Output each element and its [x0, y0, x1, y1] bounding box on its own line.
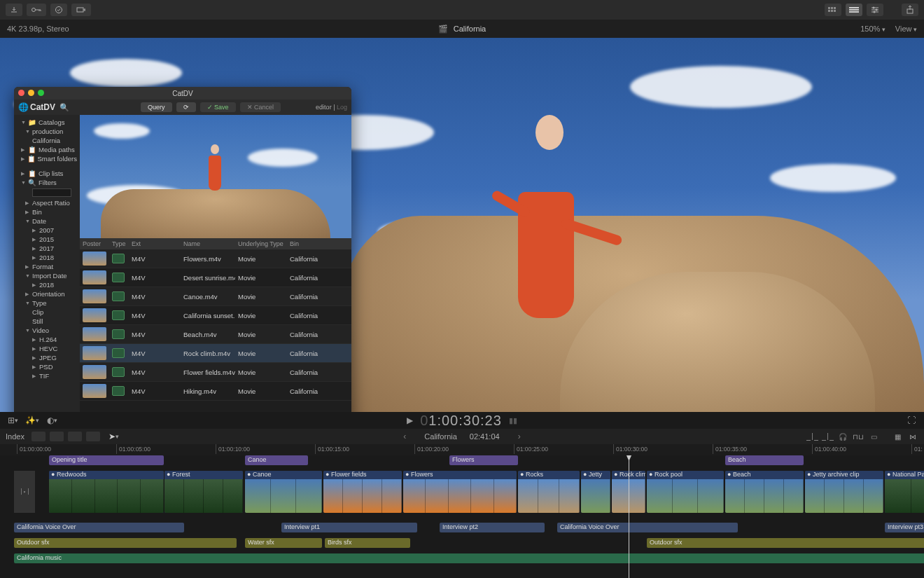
- video-clip[interactable]: ● Beach: [725, 471, 804, 513]
- timecode-display[interactable]: 01:00:30:23: [420, 412, 502, 429]
- audio-v-clip[interactable]: California Voice Over: [557, 523, 738, 532]
- refresh-button[interactable]: ⟳: [176, 102, 196, 112]
- sidebar-date[interactable]: ▼Date: [14, 216, 80, 226]
- table-row[interactable]: M4V Beach.m4v Movie California: [80, 325, 351, 344]
- background-tasks-button[interactable]: [50, 4, 67, 16]
- audio-v-clip[interactable]: Interview pt1: [281, 523, 417, 532]
- snap-icon[interactable]: ⊓⊔: [853, 432, 864, 441]
- connect-tool[interactable]: [31, 432, 46, 441]
- sidebar-smart-folders[interactable]: ▶📋 Smart folders: [14, 154, 80, 163]
- audio-skim-icon[interactable]: ⎯⏐⎯: [822, 432, 833, 441]
- col-name[interactable]: Name: [181, 240, 235, 247]
- effects-browser-icon[interactable]: ▦: [892, 432, 903, 441]
- view-menu[interactable]: View: [895, 25, 917, 33]
- col-utype[interactable]: Underlying Type: [235, 240, 287, 247]
- fullscreen-button[interactable]: ⛶: [904, 415, 918, 426]
- append-tool[interactable]: [68, 432, 82, 441]
- col-bin[interactable]: Bin: [287, 240, 351, 247]
- save-button[interactable]: ✓ Save: [200, 102, 236, 112]
- sidebar-tif[interactable]: ▶TIF: [14, 371, 80, 380]
- video-clip[interactable]: ● Canoe: [245, 471, 322, 513]
- video-clip[interactable]: ● Jetty: [581, 471, 610, 513]
- insert-tool[interactable]: [50, 432, 64, 441]
- retime-menu[interactable]: ◐: [45, 415, 59, 426]
- zoom-icon[interactable]: [38, 90, 44, 96]
- sidebar-production[interactable]: ▼production: [14, 127, 80, 136]
- arrow-tool-menu[interactable]: ➤: [107, 431, 121, 442]
- video-clip[interactable]: ● Redwoods: [49, 471, 164, 513]
- catdv-titlebar[interactable]: CatDV: [14, 87, 351, 99]
- keyword-button[interactable]: [27, 4, 46, 16]
- import-button[interactable]: [6, 4, 22, 16]
- play-button[interactable]: ▶: [407, 415, 413, 425]
- sidebar-2017[interactable]: ▶2017: [14, 244, 80, 253]
- sidebar-catalogs[interactable]: ▼📁 Catalogs: [14, 118, 80, 127]
- table-row[interactable]: M4V Flower fields.m4v Movie California: [80, 363, 351, 382]
- sidebar-psd[interactable]: ▶PSD: [14, 362, 80, 371]
- sidebar-video[interactable]: ▼Video: [14, 326, 80, 335]
- index-button[interactable]: Index: [6, 432, 24, 441]
- video-clip[interactable]: ● Rock pool: [647, 471, 724, 513]
- sidebar-still[interactable]: Still: [14, 317, 80, 326]
- title-clip[interactable]: Canoe: [245, 455, 308, 465]
- table-row[interactable]: M4V Canoe.m4v Movie California: [80, 287, 351, 306]
- extensions-button[interactable]: [71, 4, 91, 16]
- clip-appearance-button[interactable]: [867, 4, 883, 16]
- video-clip[interactable]: ● Rocks: [518, 471, 580, 513]
- sidebar-format[interactable]: ▶Format: [14, 262, 80, 271]
- share-button[interactable]: [902, 4, 918, 16]
- sidebar-clip[interactable]: Clip: [14, 308, 80, 317]
- sidebar-filters[interactable]: ▼🔍 Filters: [14, 178, 80, 187]
- audio-s-clip[interactable]: Outdoor sfx: [647, 538, 924, 548]
- video-clip[interactable]: ● Flowers: [403, 471, 517, 513]
- col-type[interactable]: Type: [109, 240, 129, 247]
- video-clip[interactable]: ● Jetty archive clip: [805, 471, 883, 513]
- audio-s-clip[interactable]: Outdoor sfx: [14, 538, 237, 548]
- sidebar-orientation[interactable]: ▶Orientation: [14, 289, 80, 298]
- sidebar-california[interactable]: California: [14, 136, 80, 145]
- sidebar-h264[interactable]: ▶H.264: [14, 335, 80, 344]
- query-button[interactable]: Query: [141, 102, 172, 112]
- title-clip[interactable]: Beach: [725, 455, 804, 465]
- sidebar-import-date[interactable]: ▼Import Date: [14, 271, 80, 280]
- lane-icon[interactable]: ▭: [868, 432, 879, 441]
- sidebar-clip-lists[interactable]: ▶📋 Clip lists: [14, 169, 80, 178]
- audio-s-clip[interactable]: Birds sfx: [325, 538, 410, 548]
- table-row[interactable]: M4V Flowers.m4v Movie California: [80, 249, 351, 268]
- cancel-button[interactable]: ✕ Cancel: [240, 102, 281, 112]
- table-row[interactable]: M4V Desert sunrise.m4v Movie California: [80, 268, 351, 287]
- video-clip[interactable]: ● National Park: [885, 471, 924, 513]
- audio-v-clip[interactable]: Interview pt2: [440, 523, 545, 532]
- filmstrip-view-button[interactable]: [825, 4, 841, 16]
- effects-menu[interactable]: ✨: [25, 415, 39, 426]
- list-view-button[interactable]: [846, 4, 862, 16]
- sidebar-aspect-ratio[interactable]: ▶Aspect Ratio: [14, 198, 80, 207]
- table-row[interactable]: M4V Rock climb.m4v Movie California: [80, 344, 351, 363]
- sidebar-type[interactable]: ▼Type: [14, 298, 80, 308]
- sidebar-bin[interactable]: ▶Bin: [14, 207, 80, 216]
- solo-icon[interactable]: 🎧: [837, 432, 848, 441]
- sidebar-media-paths[interactable]: ▶📋 Media paths: [14, 145, 80, 154]
- clip-appearance-menu[interactable]: ⊞: [6, 415, 20, 426]
- zoom-menu[interactable]: 150%: [860, 25, 886, 33]
- sidebar-2007[interactable]: ▶2007: [14, 226, 80, 235]
- video-clip[interactable]: ● Flower fields: [323, 471, 402, 513]
- col-ext[interactable]: Ext: [129, 240, 181, 247]
- sidebar-hevc[interactable]: ▶HEVC: [14, 344, 80, 353]
- title-clip[interactable]: Opening title: [49, 455, 164, 465]
- audio-v-clip[interactable]: Interview pt3: [885, 523, 924, 532]
- timeline-tracks[interactable]: Opening titleCanoeFlowersBeach ⏐▸⏐ ● Red…: [0, 455, 924, 578]
- playhead[interactable]: [629, 455, 629, 578]
- sidebar-2015[interactable]: ▶2015: [14, 235, 80, 244]
- video-clip[interactable]: ● Forest: [164, 471, 243, 513]
- overwrite-tool[interactable]: [86, 432, 100, 441]
- transitions-icon[interactable]: ⋈: [907, 432, 918, 441]
- table-row[interactable]: M4V Hiking.m4v Movie California: [80, 382, 351, 401]
- title-clip[interactable]: Flowers: [449, 455, 518, 465]
- sidebar-id-2018[interactable]: ▶2018: [14, 280, 80, 289]
- filter-input[interactable]: [32, 188, 71, 197]
- timeline-prev[interactable]: ‹: [398, 432, 412, 441]
- user-label[interactable]: editor | Log: [316, 104, 347, 111]
- timeline-ruler[interactable]: 01:00:00:0001:00:05:0001:00:10:0001:00:1…: [0, 444, 924, 455]
- search-icon[interactable]: 🔍: [59, 103, 69, 112]
